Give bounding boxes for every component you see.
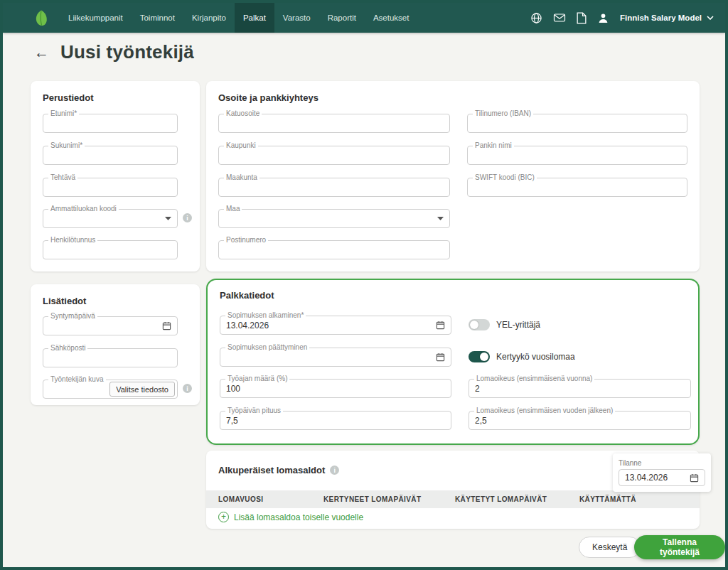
- field-label: Työpäivän pituus: [225, 407, 283, 414]
- nav-item-palkat[interactable]: Palkat: [235, 3, 274, 33]
- field-sopimuksen-alkaminen: Sopimuksen alkaminen*: [220, 316, 451, 335]
- henkilotunnus-input[interactable]: [49, 245, 171, 255]
- field-sukunimi: Sukunimi*: [43, 146, 178, 165]
- field-maakunta: Maakunta: [218, 178, 450, 197]
- tilinumero-input[interactable]: [473, 119, 681, 129]
- tyopaivan-pituus-input[interactable]: [226, 416, 445, 426]
- field-lomaoikeus-jalkeen: Lomaoikeus (ensimmäisen vuoden jälkeen): [469, 411, 691, 430]
- field-label: Postinumero: [224, 236, 268, 244]
- nav-right-cluster: Finnish Salary Model: [530, 12, 725, 24]
- nav-item-kirjanpito[interactable]: Kirjanpito: [183, 3, 235, 33]
- field-label: Työntekijän kuva: [48, 375, 106, 383]
- calendar-icon[interactable]: [162, 321, 171, 330]
- card-title: Perustiedot: [31, 81, 200, 103]
- sopimuksen-paattyminen-input[interactable]: [226, 353, 432, 362]
- app-logo-leaf-icon[interactable]: [34, 9, 48, 27]
- table-header-kayttamatta: KÄYTTÄMÄTTÄ: [579, 495, 636, 503]
- mail-icon[interactable]: [553, 13, 566, 23]
- field-sahkoposti: Sähköposti: [43, 348, 178, 367]
- add-vacation-balance-link[interactable]: Lisää lomasaldoa toiselle vuodelle: [218, 512, 363, 522]
- salary-model-selector[interactable]: Finnish Salary Model: [620, 14, 714, 22]
- lomaoikeus2-input[interactable]: [475, 416, 685, 426]
- card-lisatiedot: Lisätiedot Syntymäpäivä Sähköposti Työnt…: [31, 284, 200, 405]
- back-button[interactable]: [34, 45, 49, 60]
- nav-item-liikekumppanit[interactable]: Liikekumppanit: [60, 3, 132, 33]
- field-label: Kaupunki: [224, 141, 258, 149]
- nav-item-toiminnot[interactable]: Toiminnot: [132, 3, 183, 33]
- salary-model-label: Finnish Salary Model: [620, 14, 702, 22]
- field-label: Lomaoikeus (ensimmäisen vuoden jälkeen): [474, 407, 615, 414]
- field-etunimi: Etunimi*: [43, 114, 178, 133]
- globe-icon[interactable]: [530, 12, 542, 24]
- field-label: Lomaoikeus (ensimmäisenä vuonna): [474, 375, 594, 382]
- info-icon[interactable]: [330, 466, 339, 475]
- kaupunki-input[interactable]: [225, 151, 444, 161]
- field-henkilotunnus: Henkilötunnus: [43, 240, 178, 259]
- choose-file-button[interactable]: Valitse tiedosto: [109, 382, 175, 397]
- info-icon[interactable]: [183, 384, 192, 393]
- calendar-icon[interactable]: [690, 473, 699, 483]
- postinumero-input[interactable]: [225, 245, 444, 255]
- syntymapaiva-input[interactable]: [49, 321, 158, 331]
- field-tehtava: Tehtävä: [43, 178, 178, 197]
- tyontekijan-kuva-input[interactable]: [49, 385, 109, 394]
- field-label: Maakunta: [224, 173, 259, 181]
- chevron-down-icon: [437, 217, 444, 220]
- field-pankin-nimi: Pankin nimi: [467, 146, 687, 165]
- field-label: Sopimuksen alkaminen*: [225, 311, 306, 319]
- yel-toggle[interactable]: [469, 319, 490, 330]
- field-label: Katuosoite: [224, 109, 262, 117]
- nav-item-asetukset[interactable]: Asetukset: [365, 3, 418, 33]
- card-osoite-pankkiyhteys: Osoite ja pankkiyhteys Katuosoite Kaupun…: [206, 81, 700, 271]
- document-icon[interactable]: [577, 12, 587, 24]
- field-label: SWIFT koodi (BIC): [473, 173, 537, 181]
- field-katuosoite: Katuosoite: [218, 114, 450, 133]
- nav-item-varasto[interactable]: Varasto: [274, 3, 319, 33]
- nav-item-raportit[interactable]: Raportit: [319, 3, 365, 33]
- card-palkkatiedot: Palkkatiedot Sopimuksen alkaminen* Sopim…: [206, 279, 700, 445]
- calendar-icon[interactable]: [436, 321, 445, 330]
- sahkoposti-input[interactable]: [49, 353, 171, 363]
- field-label: Työajan määrä (%): [225, 375, 289, 382]
- table-header-kaytetyt: KÄYTETYT LOMAPÄIVÄT: [455, 495, 579, 503]
- add-link-label: Lisää lomasaldoa toiselle vuodelle: [234, 512, 363, 522]
- field-label: Tehtävä: [48, 173, 77, 181]
- katuosoite-input[interactable]: [225, 119, 444, 129]
- field-sopimuksen-paattyminen: Sopimuksen päättyminen: [220, 348, 451, 367]
- page-title: Uusi työntekijä: [60, 41, 194, 63]
- tilanne-date-input[interactable]: [625, 473, 685, 483]
- calendar-icon[interactable]: [436, 353, 445, 362]
- field-maa: Maa: [218, 209, 450, 228]
- field-label: Tilanne: [619, 459, 705, 467]
- field-ammattiluokan-koodi: Ammattiluokan koodi: [43, 209, 178, 228]
- ammattiluokan-koodi-select[interactable]: [49, 214, 161, 224]
- cancel-button[interactable]: Keskeytä: [579, 537, 641, 558]
- app-window: Liikekumppanit Toiminnot Kirjanpito Palk…: [0, 0, 728, 570]
- tehtava-input[interactable]: [49, 183, 171, 193]
- kertyyko-vuosilomaa-toggle[interactable]: [469, 351, 490, 362]
- field-tilinumero: Tilinumero (IBAN): [467, 114, 687, 133]
- field-label: Ammattiluokan koodi: [48, 205, 119, 213]
- user-icon[interactable]: [597, 12, 609, 24]
- sopimuksen-alkaminen-input[interactable]: [226, 321, 432, 330]
- yel-toggle-row: YEL-yrittäjä: [469, 319, 540, 330]
- page-header: Uusi työntekijä: [34, 41, 194, 63]
- table-header-kertyneet: KERTYNEET LOMAPÄIVÄT: [323, 495, 455, 503]
- lomasaldot-title-row: Alkuperäiset lomasaldot: [218, 465, 339, 475]
- field-tyontekijan-kuva: Työntekijän kuva Valitse tiedosto: [43, 380, 178, 399]
- lomasaldot-table-header: LOMAVUOSI KERTYNEET LOMAPÄIVÄT KÄYTETYT …: [206, 490, 700, 508]
- sukunimi-input[interactable]: [49, 151, 171, 161]
- etunimi-input[interactable]: [49, 119, 171, 129]
- maakunta-input[interactable]: [225, 183, 444, 193]
- card-title: Palkkatiedot: [208, 280, 698, 301]
- save-employee-button[interactable]: Tallenna työntekijä: [634, 535, 725, 559]
- swift-koodi-input[interactable]: [473, 183, 681, 193]
- field-label: Sähköposti: [48, 344, 87, 352]
- lomaoikeus1-input[interactable]: [475, 384, 685, 394]
- tyoajan-maara-input[interactable]: [226, 384, 445, 394]
- pankin-nimi-input[interactable]: [473, 151, 681, 161]
- field-label: Maa: [224, 205, 242, 213]
- info-icon[interactable]: [183, 213, 192, 222]
- maa-select[interactable]: [225, 214, 433, 224]
- toggle-label: Kertyykö vuosilomaa: [496, 352, 575, 362]
